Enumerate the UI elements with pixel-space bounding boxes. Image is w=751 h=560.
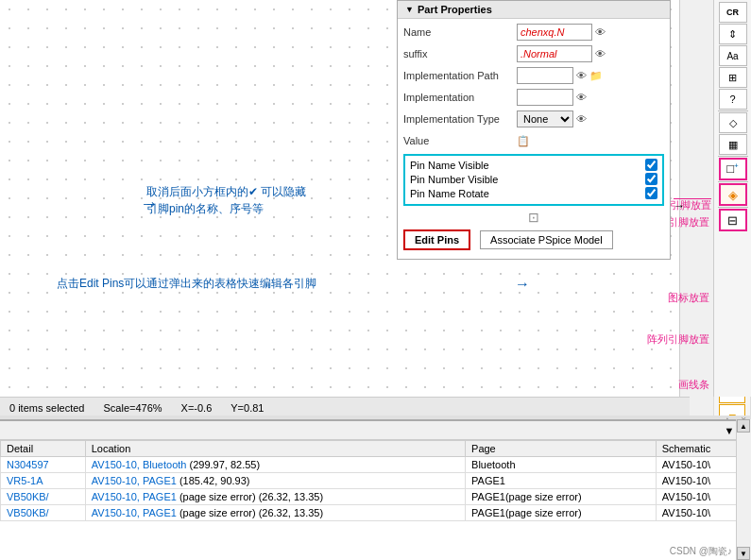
impl-path-value: 👁 📁: [517, 67, 664, 84]
pin-name-rotate-checkbox[interactable]: [645, 187, 657, 199]
cell-page: PAGE1(page size error): [466, 489, 657, 505]
impl-path-folder-icon[interactable]: 📁: [589, 70, 603, 82]
cell-detail[interactable]: VB50KB/: [1, 489, 86, 505]
panel-body: Name 👁 suffix 👁 Implementation Path 👁 📁: [398, 19, 670, 259]
suffix-input[interactable]: [517, 45, 592, 62]
name-value-container: 👁: [517, 24, 664, 41]
separator3: [718, 181, 748, 182]
impl-eye-icon[interactable]: 👁: [576, 92, 587, 103]
col-page: Page: [466, 441, 657, 457]
suffix-eye-icon[interactable]: 👁: [595, 48, 606, 59]
toolbar-grid2-button[interactable]: ▦: [719, 134, 747, 155]
value-container: 📋: [517, 135, 664, 147]
impl-path-row: Implementation Path 👁 📁: [403, 66, 664, 85]
cell-page: PAGE1(page size error): [466, 505, 657, 521]
toolbar-array-pin-button[interactable]: ⊟: [719, 209, 747, 231]
pin-number-visible-label: Pin Number Visible: [410, 174, 645, 185]
impl-type-eye-icon[interactable]: 👁: [576, 113, 587, 125]
table-row: VR5-1A AV150-10, PAGE1 (185.42, 90.93) P…: [1, 473, 751, 489]
name-eye-icon[interactable]: 👁: [595, 26, 606, 38]
bottom-panel: ▼ × Detail Location Page Schematic N3045…: [0, 419, 751, 560]
table-row: VB50KB/ AV150-10, PAGE1 (page size error…: [1, 505, 751, 521]
buttons-row: Edit Pins Associate PSpice Model: [403, 229, 664, 250]
arrow-to-checkboxes: →: [140, 193, 159, 214]
annotation-cancel2: 引脚pin的名称、序号等: [146, 201, 264, 217]
cell-detail[interactable]: N304597: [1, 457, 86, 473]
x-value: X=-0.6: [181, 402, 213, 414]
cell-location: AV150-10, Bluetooth (299.97, 82.55): [85, 457, 465, 473]
pin-name-visible-row: Pin Name Visible: [410, 159, 657, 171]
scroll-down-btn[interactable]: ▼: [737, 547, 750, 560]
cell-location: AV150-10, PAGE1 (page size error) (26.32…: [85, 505, 465, 521]
y-value: Y=0.81: [230, 402, 264, 414]
pin-number-visible-checkbox[interactable]: [645, 173, 657, 185]
right-toolbar: CR ⇕ Aa ⊞ ? ◇ ▦ □+ 单个引脚放置 → ◈ ⊟: [713, 0, 751, 397]
name-row: Name 👁: [403, 23, 664, 42]
status-bar: 0 items selected Scale=476% X=-0.6 Y=0.8…: [0, 397, 690, 417]
value-folder-icon[interactable]: 📋: [517, 135, 530, 147]
toolbar-grid-button[interactable]: ⊞: [719, 67, 747, 88]
collapse-btn[interactable]: ▼: [725, 425, 735, 436]
panel-title: Part Properties: [418, 4, 492, 15]
toolbar-pin-button[interactable]: □+: [719, 158, 747, 180]
bottom-table: Detail Location Page Schematic N304597 A…: [0, 440, 751, 521]
associate-button[interactable]: Associate PSpice Model: [480, 230, 613, 249]
toolbar-draw-icon-button[interactable]: ◈: [719, 183, 747, 206]
resize-handle[interactable]: ⊡: [403, 210, 664, 225]
separator4: [718, 207, 748, 208]
annotation-editpins: 点击Edit Pins可以通过弹出来的表格快速编辑各引脚: [57, 276, 316, 292]
arrow-editpins: →: [515, 276, 530, 293]
scrollbar-right: ▲ ▼: [736, 419, 751, 560]
cell-location: AV150-10, PAGE1 (page size error) (26.32…: [85, 489, 465, 505]
impl-label: Implementation: [403, 92, 517, 103]
cell-page: Bluetooth: [466, 457, 657, 473]
impl-type-label: Implementation Type: [403, 113, 517, 125]
toolbar-help-button[interactable]: ?: [719, 89, 747, 110]
toolbar-cr-button[interactable]: CR: [719, 2, 747, 23]
name-input[interactable]: [517, 24, 592, 41]
array-pin-place-label: 阵列引脚放置: [647, 332, 709, 347]
value-row: Value 📋: [403, 131, 664, 150]
impl-input[interactable]: [517, 89, 573, 106]
cell-detail[interactable]: VR5-1A: [1, 473, 86, 489]
pin-icon: □+: [726, 161, 739, 176]
suffix-label: suffix: [403, 48, 517, 59]
checkbox-section: Pin Name Visible Pin Number Visible Pin …: [403, 154, 664, 206]
impl-value: 👁: [517, 89, 664, 106]
impl-path-label: Implementation Path: [403, 70, 517, 81]
separator2: [718, 156, 748, 157]
name-label: Name: [403, 26, 517, 38]
pin-name-visible-checkbox[interactable]: [645, 159, 657, 171]
icon-place-label: 图标放置: [668, 291, 709, 305]
draw-bar-label: 画线条: [678, 378, 709, 392]
impl-type-row: Implementation Type None SPICE 👁: [403, 110, 664, 128]
suffix-row: suffix 👁: [403, 44, 664, 63]
cell-page: PAGE1: [466, 473, 657, 489]
pin-name-visible-label: Pin Name Visible: [410, 160, 645, 171]
scroll-up-btn[interactable]: ▲: [737, 419, 750, 433]
cell-location: AV150-10, PAGE1 (185.42, 90.93): [85, 473, 465, 489]
impl-row: Implementation 👁: [403, 88, 664, 107]
cell-detail[interactable]: VB50KB/: [1, 505, 86, 521]
col-location: Location: [85, 441, 465, 457]
impl-path-eye-icon[interactable]: 👁: [576, 70, 587, 81]
impl-type-select[interactable]: None SPICE: [517, 110, 573, 127]
scale-value: Scale=476%: [103, 402, 162, 414]
toolbar-aa-button[interactable]: Aa: [719, 45, 747, 66]
suffix-value-container: 👁: [517, 45, 664, 62]
bottom-table-container: Detail Location Page Schematic N304597 A…: [0, 440, 751, 553]
impl-path-input[interactable]: [517, 67, 573, 84]
panel-header: Part Properties: [398, 1, 670, 19]
toolbar-diamond-button[interactable]: ◇: [719, 112, 747, 133]
bottom-panel-header: ▼ ×: [0, 421, 751, 440]
edit-pins-button[interactable]: Edit Pins: [403, 229, 470, 250]
col-detail: Detail: [1, 441, 86, 457]
single-pin-arrow: →: [674, 198, 711, 199]
toolbar-ur-button[interactable]: ⇕: [719, 24, 747, 44]
table-row: N304597 AV150-10, Bluetooth (299.97, 82.…: [1, 457, 751, 473]
pin-name-rotate-label: Pin Name Rotate: [410, 188, 645, 199]
separator1: [718, 110, 748, 111]
pin-name-rotate-row: Pin Name Rotate: [410, 187, 657, 199]
pin-number-visible-row: Pin Number Visible: [410, 173, 657, 185]
part-properties-panel: Part Properties Name 👁 suffix 👁 Implemen…: [397, 0, 671, 260]
